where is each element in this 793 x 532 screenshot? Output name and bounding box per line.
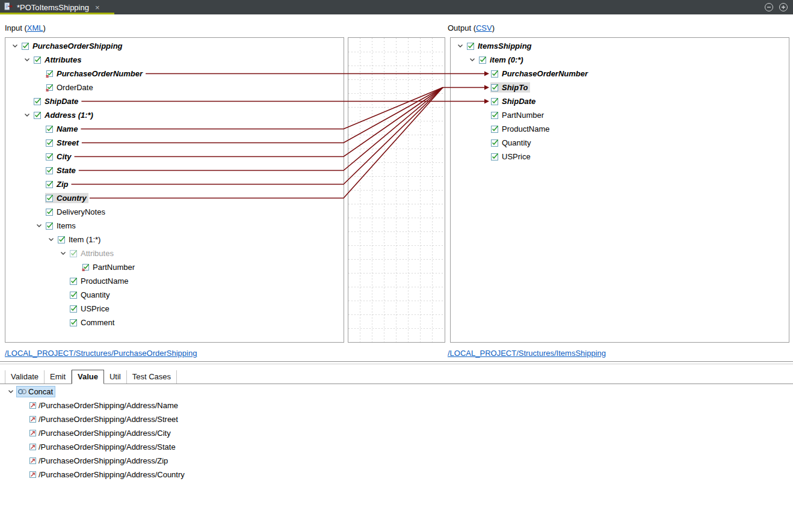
xml-element-icon	[70, 291, 79, 299]
node-content: PurchaseOrderShipping	[21, 41, 125, 51]
node-content: PartNumber	[490, 110, 546, 120]
xml-element-icon	[479, 56, 489, 64]
chevron-down-icon[interactable]	[466, 58, 478, 62]
input-node-state[interactable]: State	[5, 164, 344, 177]
output-node-purchaseordernumber[interactable]: PurchaseOrderNumber	[451, 67, 789, 81]
input-node-country[interactable]: Country	[5, 191, 344, 205]
input-node-shipdate[interactable]: ShipDate	[5, 94, 344, 108]
tree-node-label: Attributes	[45, 55, 81, 64]
chevron-down-icon[interactable]	[21, 58, 33, 62]
expand-icon[interactable]	[779, 2, 788, 12]
input-format-link[interactable]: XML	[27, 23, 43, 32]
input-node-purchaseordershipping[interactable]: PurchaseOrderShipping	[5, 39, 344, 53]
input-node-comment[interactable]: Comment	[5, 316, 344, 329]
output-node-usprice[interactable]: USPrice	[451, 150, 789, 164]
concat-argument-row[interactable]: /PurchaseOrderShipping/Address/Name	[0, 399, 793, 412]
node-content: ProductName	[69, 276, 130, 286]
output-node-item-0[interactable]: item (0:*)	[451, 53, 789, 67]
tab-util[interactable]: Util	[104, 370, 127, 384]
close-icon[interactable]: ×	[95, 3, 100, 12]
input-node-street[interactable]: Street	[5, 136, 344, 150]
selected-node-highlight: ShipTo	[490, 82, 530, 93]
input-node-deliverynotes[interactable]: DeliveryNotes	[5, 205, 344, 219]
output-node-shipto[interactable]: ShipTo	[451, 81, 789, 94]
tab-test-cases[interactable]: Test Cases	[127, 370, 177, 384]
tree-indent	[5, 405, 17, 406]
tab-value[interactable]: Value	[72, 370, 104, 384]
output-structure-link[interactable]: /LOCAL_PROJECT/Structures/ItemsShipping	[448, 349, 606, 358]
concat-argument-row[interactable]: /PurchaseOrderShipping/Address/City	[0, 426, 793, 440]
horizontal-splitter[interactable]	[0, 361, 793, 364]
input-node-zip[interactable]: Zip	[5, 177, 344, 191]
xpath-value-icon	[29, 415, 39, 423]
chevron-down-icon[interactable]	[9, 44, 21, 48]
xml-attribute-icon	[82, 263, 91, 271]
input-node-usprice[interactable]: USPrice	[5, 302, 344, 316]
chevron-down-icon[interactable]	[21, 113, 33, 117]
tree-indent	[9, 267, 69, 268]
input-node-quantity[interactable]: Quantity	[5, 288, 344, 302]
window-controls	[764, 2, 793, 12]
input-node-city[interactable]: City	[5, 150, 344, 164]
xpath-argument-label: /PurchaseOrderShipping/Address/Name	[39, 401, 178, 410]
output-node-productname[interactable]: ProductName	[451, 122, 789, 136]
tree-indent	[9, 322, 57, 323]
input-node-productname[interactable]: ProductName	[5, 274, 344, 288]
document-tab-title: *POToItemsShipping	[17, 3, 89, 12]
concat-argument-row[interactable]: /PurchaseOrderShipping/Address/Street	[0, 412, 793, 426]
input-node-items[interactable]: Items	[5, 219, 344, 233]
document-tab[interactable]: *POToItemsShipping ×	[0, 0, 114, 14]
xml-attribute-icon	[46, 70, 55, 78]
node-content: City	[45, 151, 73, 162]
concat-argument-row[interactable]: /PurchaseOrderShipping/Address/Zip	[0, 454, 793, 468]
input-structure-link[interactable]: /LOCAL_PROJECT/Structures/PurchaseOrderS…	[5, 349, 197, 358]
input-node-purchaseordernumber[interactable]: PurchaseOrderNumber	[5, 67, 344, 81]
chevron-down-icon[interactable]	[33, 224, 45, 228]
tree-indent	[9, 156, 33, 157]
input-node-orderdate[interactable]: OrderDate	[5, 81, 344, 94]
tree-node-label: Country	[57, 194, 87, 203]
output-header-label: Output (	[448, 23, 476, 32]
xpath-value-icon	[29, 457, 39, 465]
chevron-down-icon[interactable]	[57, 251, 69, 255]
node-content: ShipDate	[33, 96, 80, 106]
input-node-name[interactable]: Name	[5, 122, 344, 136]
output-node-partnumber[interactable]: PartNumber	[451, 108, 789, 122]
node-content: Comment	[69, 317, 116, 328]
xml-element-icon	[34, 97, 43, 105]
input-header-suffix: )	[43, 23, 46, 32]
output-tree-panel: ItemsShippingitem (0:*)PurchaseOrderNumb…	[450, 37, 789, 343]
tab-validate[interactable]: Validate	[5, 370, 45, 384]
tree-indent	[9, 115, 21, 115]
output-format-link[interactable]: CSV	[476, 23, 492, 32]
function-row-concat[interactable]: Concat	[0, 385, 793, 399]
input-node-partnumber[interactable]: PartNumber	[5, 260, 344, 274]
tree-indent	[5, 474, 17, 475]
tab-emit[interactable]: Emit	[45, 370, 72, 384]
output-node-quantity[interactable]: Quantity	[451, 136, 789, 150]
tree-node-label: PartNumber	[502, 111, 544, 120]
xml-element-icon	[491, 84, 501, 91]
input-node-attributes[interactable]: Attributes	[5, 246, 344, 260]
chevron-down-icon[interactable]	[45, 237, 57, 242]
selected-node-highlight: Country	[45, 193, 88, 203]
tree-node-label: Street	[57, 138, 79, 147]
input-node-address-1[interactable]: Address (1:*)	[5, 108, 344, 122]
output-node-shipdate[interactable]: ShipDate	[451, 94, 789, 108]
node-content: Items	[45, 221, 78, 231]
output-node-itemsshipping[interactable]: ItemsShipping	[451, 39, 789, 53]
input-node-item-1[interactable]: Item (1:*)	[5, 233, 344, 246]
xpath-argument-label: /PurchaseOrderShipping/Address/City	[39, 429, 171, 438]
chevron-down-icon[interactable]	[5, 390, 17, 394]
function-name-label: Concat	[28, 387, 53, 396]
xml-element-icon	[491, 125, 501, 133]
collapse-icon[interactable]	[764, 2, 774, 12]
concat-argument-row[interactable]: /PurchaseOrderShipping/Address/State	[0, 440, 793, 454]
node-content: Name	[45, 124, 79, 134]
node-content: Quantity	[69, 290, 111, 300]
chevron-down-icon[interactable]	[454, 44, 466, 48]
xml-element-icon	[34, 111, 43, 119]
input-node-attributes[interactable]: Attributes	[5, 53, 344, 67]
concat-argument-row[interactable]: /PurchaseOrderShipping/Address/Country	[0, 468, 793, 482]
node-content: PurchaseOrderNumber	[490, 69, 590, 79]
